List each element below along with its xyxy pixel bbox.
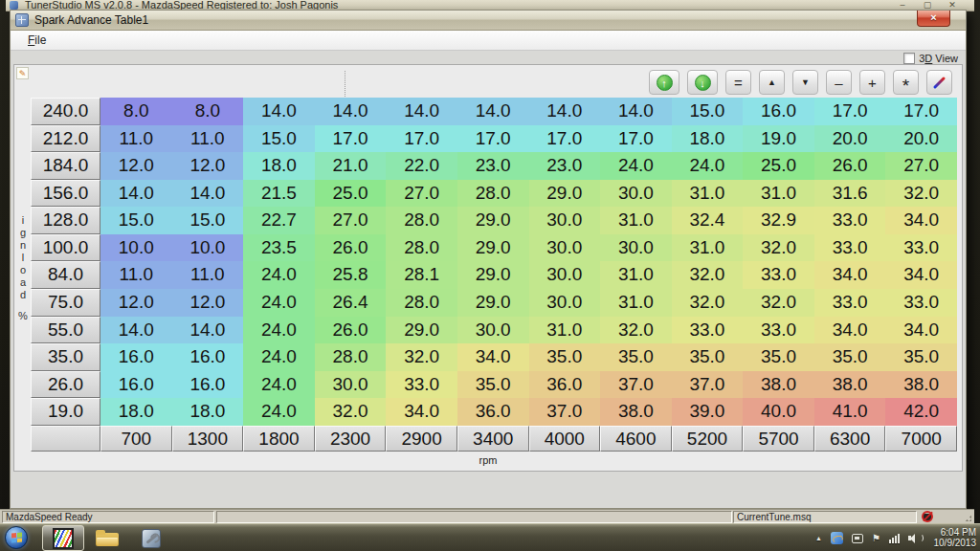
- edit-pencil-icon[interactable]: ✎: [16, 67, 29, 79]
- table-cell[interactable]: 22.7: [243, 207, 315, 234]
- table-cell[interactable]: 10.0: [100, 234, 172, 262]
- table-cell[interactable]: 26.0: [315, 234, 387, 262]
- table-cell[interactable]: 25.8: [315, 261, 387, 289]
- table-cell[interactable]: 26.4: [315, 289, 387, 317]
- table-cell[interactable]: 33.0: [885, 289, 957, 317]
- table-cell[interactable]: 38.0: [743, 371, 814, 399]
- multiply-button[interactable]: *: [893, 70, 919, 95]
- set-equal-button[interactable]: =: [725, 70, 751, 95]
- table-cell[interactable]: 30.0: [315, 371, 387, 399]
- table-cell[interactable]: 32.0: [885, 180, 957, 208]
- view-3d-checkbox[interactable]: [903, 53, 915, 64]
- table-cell[interactable]: 35.0: [600, 343, 672, 371]
- table-cell[interactable]: 24.0: [672, 152, 744, 180]
- device-tray-icon[interactable]: [852, 534, 863, 543]
- volume-icon[interactable]: [908, 533, 921, 543]
- start-button[interactable]: [5, 526, 28, 549]
- table-cell[interactable]: 33.0: [814, 289, 886, 317]
- table-cell[interactable]: 17.0: [457, 125, 529, 153]
- table-cell[interactable]: 39.0: [672, 398, 744, 426]
- table-cell[interactable]: 18.0: [243, 152, 315, 180]
- table-cell[interactable]: 30.0: [529, 261, 601, 289]
- table-cell[interactable]: 20.0: [885, 125, 957, 153]
- table-cell[interactable]: 22.0: [386, 152, 457, 180]
- table-cell[interactable]: 16.0: [100, 371, 172, 399]
- table-cell[interactable]: 28.0: [386, 234, 457, 262]
- table-cell[interactable]: 12.0: [100, 289, 172, 317]
- table-cell[interactable]: 21.0: [315, 152, 387, 180]
- table-cell[interactable]: 32.0: [743, 289, 814, 317]
- table-cell[interactable]: 28.0: [386, 289, 457, 317]
- table-cell[interactable]: 30.0: [529, 289, 601, 317]
- table-cell[interactable]: 14.0: [600, 98, 672, 125]
- table-cell[interactable]: 27.0: [315, 207, 387, 234]
- table-cell[interactable]: 11.0: [100, 261, 172, 289]
- table-cell[interactable]: 37.0: [672, 371, 744, 399]
- table-cell[interactable]: 12.0: [172, 152, 244, 180]
- table-cell[interactable]: 14.0: [172, 317, 244, 344]
- table-cell[interactable]: 17.0: [386, 125, 457, 153]
- table-cell[interactable]: 33.0: [814, 234, 886, 262]
- table-cell[interactable]: 37.0: [529, 398, 601, 426]
- action-center-flag-icon[interactable]: ⚑: [872, 533, 880, 543]
- table-cell[interactable]: 23.0: [529, 152, 601, 180]
- table-cell[interactable]: 29.0: [386, 317, 457, 344]
- table-cell[interactable]: 29.0: [457, 289, 529, 317]
- table-cell[interactable]: 32.0: [672, 261, 744, 289]
- table-cell[interactable]: 24.0: [600, 152, 672, 180]
- table-cell[interactable]: 34.0: [814, 261, 886, 289]
- table-cell[interactable]: 35.0: [529, 343, 601, 371]
- table-cell[interactable]: 11.0: [172, 261, 244, 289]
- taskbar-button-tunerstudio[interactable]: [42, 525, 84, 551]
- table-cell[interactable]: 24.0: [243, 343, 315, 371]
- table-cell[interactable]: 30.0: [457, 317, 529, 344]
- table-cell[interactable]: 33.0: [386, 371, 457, 399]
- minimize-icon[interactable]: –: [890, 0, 915, 10]
- table-cell[interactable]: 33.0: [814, 207, 886, 234]
- scale-up-button[interactable]: ↑: [649, 70, 679, 95]
- table-cell[interactable]: 42.0: [885, 398, 957, 426]
- table-cell[interactable]: 40.0: [743, 398, 814, 426]
- table-cell[interactable]: 28.1: [386, 261, 457, 289]
- table-cell[interactable]: 12.0: [100, 152, 172, 180]
- table-cell[interactable]: 24.0: [243, 371, 315, 399]
- table-cell[interactable]: 30.0: [529, 207, 601, 234]
- table-cell[interactable]: 8.0: [100, 98, 172, 125]
- table-cell[interactable]: 14.0: [172, 180, 244, 208]
- table-cell[interactable]: 17.0: [600, 125, 672, 153]
- table-cell[interactable]: 20.0: [814, 125, 886, 153]
- table-cell[interactable]: 16.0: [743, 98, 814, 125]
- table-cell[interactable]: 25.0: [743, 152, 814, 180]
- table-cell[interactable]: 32.0: [600, 317, 672, 344]
- table-cell[interactable]: 33.0: [743, 261, 814, 289]
- table-cell[interactable]: 11.0: [172, 125, 244, 153]
- table-cell[interactable]: 19.0: [743, 125, 814, 153]
- table-cell[interactable]: 32.9: [743, 207, 814, 234]
- table-cell[interactable]: 10.0: [172, 234, 244, 262]
- table-cell[interactable]: 37.0: [600, 371, 672, 399]
- internet-explorer-tray-icon[interactable]: [831, 532, 843, 544]
- table-cell[interactable]: 14.0: [100, 317, 172, 344]
- scale-down-button[interactable]: ↓: [687, 70, 718, 95]
- table-cell[interactable]: 14.0: [386, 98, 457, 125]
- table-cell[interactable]: 34.0: [386, 398, 457, 426]
- table-cell[interactable]: 31.0: [529, 317, 601, 344]
- table-cell[interactable]: 34.0: [885, 207, 957, 234]
- maximize-icon[interactable]: ▢: [915, 0, 940, 10]
- table-cell[interactable]: 31.0: [600, 207, 672, 234]
- table-cell[interactable]: 35.0: [743, 343, 814, 371]
- table-cell[interactable]: 23.0: [457, 152, 529, 180]
- table-cell[interactable]: 31.0: [672, 180, 744, 208]
- table-cell[interactable]: 23.5: [243, 234, 315, 262]
- table-cell[interactable]: 25.0: [315, 180, 387, 208]
- network-icon[interactable]: [889, 533, 900, 543]
- table-cell[interactable]: 30.0: [600, 234, 672, 262]
- table-cell[interactable]: 11.0: [100, 125, 172, 153]
- table-cell[interactable]: 32.4: [672, 207, 744, 234]
- interpolate-button[interactable]: [926, 70, 952, 95]
- table-cell[interactable]: 29.0: [529, 180, 601, 208]
- table-cell[interactable]: 35.0: [885, 343, 957, 371]
- table-cell[interactable]: 35.0: [457, 371, 529, 399]
- table-cell[interactable]: 38.0: [600, 398, 672, 426]
- table-cell[interactable]: 21.5: [243, 180, 315, 208]
